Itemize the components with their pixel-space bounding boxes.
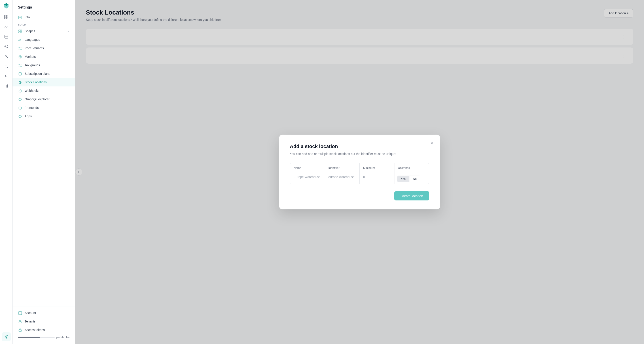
sidebar-item-shapes-label: Shapes xyxy=(24,29,35,33)
catalog-nav-icon[interactable] xyxy=(2,32,11,41)
sidebar-item-frontends-label: Frontends xyxy=(24,106,39,109)
tax-groups-icon xyxy=(18,63,22,67)
shapes-arrow-icon: → xyxy=(66,29,70,33)
svg-point-31 xyxy=(19,64,20,65)
unlimited-yes-button[interactable]: Yes xyxy=(397,176,410,182)
svg-rect-13 xyxy=(6,85,6,88)
sidebar-item-tenants-label: Tenants xyxy=(24,319,36,323)
modal-overlay: × Add a stock location You can add one o… xyxy=(75,0,644,344)
settings-nav-icon[interactable] xyxy=(2,332,11,341)
orders-nav-icon[interactable] xyxy=(2,42,11,51)
svg-rect-20 xyxy=(18,30,20,31)
app-logo[interactable] xyxy=(3,3,10,9)
svg-text:Az: Az xyxy=(5,75,8,78)
price-variants-icon xyxy=(18,46,22,50)
identifier-cell xyxy=(325,172,360,184)
create-location-button[interactable]: Create location xyxy=(394,191,429,201)
svg-rect-42 xyxy=(18,311,22,315)
sidebar-item-account[interactable]: Account xyxy=(12,309,75,317)
col-header-unlimited: Unlimited xyxy=(394,163,429,172)
dashboard-nav-icon[interactable] xyxy=(2,13,11,22)
modal-close-button[interactable]: × xyxy=(428,139,436,146)
sidebar-item-apps-label: Apps xyxy=(24,114,32,118)
sidebar-item-subscription-plans-label: Subscription plans xyxy=(24,72,50,75)
unlimited-toggle-group: Yes No xyxy=(397,176,420,182)
add-stock-location-modal: × Add a stock location You can add one o… xyxy=(279,135,440,209)
modal-footer: Create location xyxy=(290,191,429,201)
sidebar-item-tenants[interactable]: Tenants xyxy=(12,317,75,326)
translations-nav-icon[interactable]: Az xyxy=(2,72,11,81)
search-nav-icon[interactable] xyxy=(2,62,11,71)
progress-bar-fill xyxy=(18,336,40,338)
frontends-icon xyxy=(18,106,22,110)
svg-marker-37 xyxy=(19,98,22,101)
sidebar-item-graphql-explorer-label: GraphQL explorer xyxy=(24,97,50,101)
graphql-explorer-icon xyxy=(18,97,22,101)
sidebar-item-stock-locations-label: Stock Locations xyxy=(24,80,47,84)
progress-label: particle plan xyxy=(56,336,70,339)
sidebar-item-frontends[interactable]: Frontends xyxy=(12,103,75,112)
account-icon xyxy=(18,311,22,315)
identifier-input[interactable] xyxy=(328,174,357,180)
col-header-name: Name xyxy=(290,163,325,172)
sidebar-item-price-variants[interactable]: Price Variants xyxy=(12,44,75,52)
svg-rect-38 xyxy=(19,107,22,109)
svg-point-8 xyxy=(6,55,7,56)
svg-point-15 xyxy=(6,336,7,337)
sidebar-item-price-variants-label: Price Variants xyxy=(24,46,44,50)
sidebar-item-access-tokens-label: Access tokens xyxy=(24,328,45,332)
svg-rect-12 xyxy=(5,86,5,88)
minimum-input[interactable] xyxy=(362,174,392,180)
customers-nav-icon[interactable] xyxy=(2,52,11,61)
stock-locations-icon xyxy=(18,80,22,84)
sidebar-title: Settings xyxy=(12,4,75,13)
sidebar-item-subscription-plans[interactable]: Subscription plans xyxy=(12,69,75,78)
sidebar-item-graphql-explorer[interactable]: GraphQL explorer xyxy=(12,95,75,103)
main-content: Stock Locations Keep stock in different … xyxy=(75,0,644,344)
svg-point-27 xyxy=(20,49,22,50)
left-sidebar: Settings Info Build Shapes → Az Language… xyxy=(12,0,75,344)
name-cell xyxy=(290,172,325,184)
webhooks-icon xyxy=(18,89,22,93)
svg-rect-44 xyxy=(19,330,22,331)
svg-point-7 xyxy=(6,46,7,47)
svg-line-30 xyxy=(19,64,22,67)
analytics-nav-icon[interactable] xyxy=(2,22,11,31)
svg-point-28 xyxy=(19,56,22,58)
name-input[interactable] xyxy=(293,174,322,180)
sidebar-item-markets[interactable]: Markets xyxy=(12,52,75,61)
languages-icon: Az xyxy=(18,38,22,42)
sidebar-item-info[interactable]: Info xyxy=(12,13,75,22)
svg-rect-4 xyxy=(5,35,8,38)
svg-point-26 xyxy=(19,47,20,48)
sidebar-item-account-label: Account xyxy=(24,311,36,315)
sidebar-item-stock-locations[interactable]: Stock Locations xyxy=(12,78,75,86)
sidebar-item-access-tokens[interactable]: Access tokens xyxy=(12,326,75,334)
svg-rect-22 xyxy=(18,32,20,33)
svg-rect-21 xyxy=(20,30,22,31)
svg-rect-2 xyxy=(4,17,6,19)
sidebar-item-webhooks-label: Webhooks xyxy=(24,89,39,92)
unlimited-no-button[interactable]: No xyxy=(410,176,420,182)
svg-point-6 xyxy=(5,45,8,48)
svg-rect-1 xyxy=(6,15,8,17)
sidebar-item-tax-groups[interactable]: Tax groups xyxy=(12,61,75,69)
svg-line-10 xyxy=(7,67,8,68)
shapes-icon xyxy=(18,29,22,33)
form-table: Name Identifier Minimum Unlimited xyxy=(290,163,429,184)
sidebar-item-shapes[interactable]: Shapes → xyxy=(12,27,75,35)
sidebar-item-languages[interactable]: Az Languages xyxy=(12,35,75,44)
markets-icon xyxy=(18,55,22,59)
sidebar-item-apps[interactable]: Apps xyxy=(12,112,75,120)
svg-point-29 xyxy=(20,56,21,57)
form-table-header: Name Identifier Minimum Unlimited xyxy=(290,163,429,172)
svg-point-32 xyxy=(20,66,22,67)
svg-point-36 xyxy=(20,82,20,83)
modal-subtitle: You can add one or multiple stock locati… xyxy=(290,152,429,156)
reports-nav-icon[interactable] xyxy=(2,82,11,90)
info-icon xyxy=(18,15,22,19)
col-header-identifier: Identifier xyxy=(325,163,360,172)
sidebar-item-webhooks[interactable]: Webhooks xyxy=(12,86,75,95)
minimum-cell xyxy=(360,172,394,184)
svg-point-43 xyxy=(20,320,21,322)
